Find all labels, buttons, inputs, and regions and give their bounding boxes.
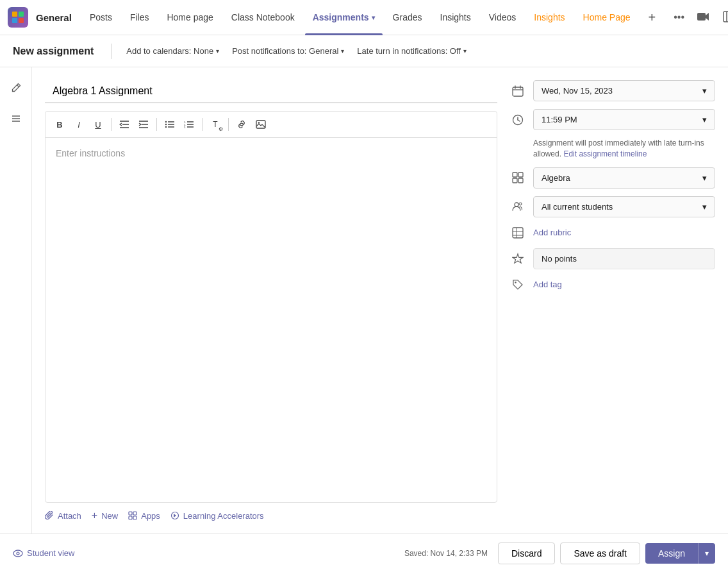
svg-point-17 [165, 126, 167, 128]
svg-rect-40 [518, 172, 523, 177]
bold-button[interactable]: B [51, 115, 69, 133]
svg-rect-30 [133, 516, 136, 519]
nav-item-insights2[interactable]: Insights [526, 0, 572, 35]
saved-status: Saved: Nov 14, 2:33 PM [404, 549, 488, 558]
nav-item-homepage[interactable]: Home page [159, 0, 220, 35]
nav-item-videos[interactable]: Videos [481, 0, 524, 35]
due-time-chevron-icon: ▾ [702, 115, 707, 124]
svg-rect-27 [129, 512, 132, 515]
editor-toolbar: B I U 1.2.3. [46, 112, 497, 138]
svg-point-13 [165, 121, 167, 122]
svg-rect-41 [513, 178, 517, 183]
indent-decrease-button[interactable] [115, 115, 133, 133]
add-to-calendars-button[interactable]: Add to calendars: None ▾ [122, 44, 223, 58]
points-select[interactable]: No points [533, 248, 715, 269]
top-navigation: General Posts Files Home page Class Note… [0, 0, 728, 35]
editor-footer: Attach + New Apps Learning Accelerators [45, 503, 497, 521]
student-view-button[interactable]: Student view [13, 548, 74, 558]
editor-panel: B I U 1.2.3. [45, 80, 497, 521]
svg-point-43 [515, 203, 518, 206]
calendar-chevron-icon: ▾ [216, 47, 219, 55]
numbered-list-button[interactable]: 1.2.3. [180, 115, 198, 133]
assignment-title-input[interactable] [45, 80, 497, 103]
due-time-select[interactable]: 11:59 PM ▾ [533, 109, 715, 130]
discard-button[interactable]: Discard [498, 543, 555, 564]
image-button[interactable] [252, 115, 270, 133]
students-select[interactable]: All current students ▾ [533, 196, 715, 217]
nav-item-insights[interactable]: Insights [433, 0, 479, 35]
svg-rect-39 [513, 172, 517, 177]
left-sidebar [0, 67, 32, 534]
svg-rect-32 [513, 87, 523, 96]
channel-name: General [36, 12, 72, 23]
category-select[interactable]: Algebra ▾ [533, 167, 715, 189]
content-area: B I U 1.2.3. [32, 67, 728, 534]
nav-more-button[interactable]: ••• [668, 8, 690, 27]
main-content: B I U 1.2.3. [0, 67, 728, 534]
assignments-chevron: ▾ [372, 14, 375, 21]
page-title: New assignment [13, 46, 94, 57]
italic-button[interactable]: I [70, 115, 88, 133]
svg-rect-25 [256, 121, 265, 128]
edit-icon[interactable] [6, 78, 26, 98]
list-icon[interactable] [6, 108, 26, 129]
tag-row: Add tag [510, 277, 715, 292]
calendar-icon [510, 83, 525, 99]
indent-increase-button[interactable] [135, 115, 153, 133]
bullet-list-button[interactable] [161, 115, 179, 133]
bottom-bar: Student view Saved: Nov 14, 2:33 PM Disc… [0, 534, 728, 572]
nav-item-class-notebook[interactable]: Class Notebook [224, 0, 302, 35]
toolbar-separator-3 [202, 118, 203, 131]
post-notifications-button[interactable]: Post notifications to: General ▾ [228, 44, 348, 58]
due-date-chevron-icon: ▾ [702, 86, 707, 96]
app-icon [8, 7, 28, 28]
points-row: No points [510, 248, 715, 269]
underline-button[interactable]: U [89, 115, 107, 133]
apps-button[interactable]: Apps [128, 511, 160, 521]
nav-video-button[interactable] [692, 8, 715, 28]
assign-button[interactable]: Assign [645, 543, 698, 564]
right-panel: Wed, Nov 15, 2023 ▾ 11:59 PM ▾ Assignmen… [510, 80, 715, 521]
due-date-select[interactable]: Wed, Nov 15, 2023 ▾ [533, 80, 715, 101]
add-rubric-button[interactable]: Add rubric [533, 228, 715, 237]
svg-rect-45 [513, 228, 523, 238]
points-icon [510, 251, 525, 266]
late-turn-chevron-icon: ▾ [463, 47, 467, 55]
text-style-button[interactable]: T ⚙ [206, 115, 224, 133]
attach-button[interactable]: Attach [45, 511, 81, 521]
nav-expand-button[interactable] [718, 7, 728, 28]
late-turn-in-button[interactable]: Late turn in notifications: Off ▾ [353, 44, 470, 58]
category-chevron-icon: ▾ [702, 173, 707, 183]
assign-chevron-button[interactable]: ▾ [698, 543, 715, 564]
learning-accelerators-button[interactable]: Learning Accelerators [170, 511, 264, 521]
save-draft-button[interactable]: Save as draft [560, 543, 640, 564]
category-icon [510, 170, 525, 185]
rubric-icon [510, 225, 525, 240]
svg-point-51 [17, 552, 19, 555]
nav-item-posts[interactable]: Posts [82, 0, 120, 35]
assignment-info-text: Assignment will post immediately with la… [533, 138, 715, 160]
students-row: All current students ▾ [510, 196, 715, 217]
nav-item-files[interactable]: Files [122, 0, 157, 35]
svg-rect-0 [697, 13, 706, 21]
svg-point-44 [519, 203, 522, 205]
subheader-divider [112, 44, 112, 59]
link-button[interactable] [233, 115, 251, 133]
nav-item-assignments[interactable]: Assignments ▾ [305, 0, 383, 35]
new-button[interactable]: + New [92, 510, 118, 521]
svg-text:3.: 3. [184, 126, 186, 129]
svg-rect-29 [129, 516, 132, 519]
svg-rect-28 [133, 512, 136, 515]
edit-timeline-link[interactable]: Edit assignment timeline [563, 149, 647, 158]
nav-item-grades[interactable]: Grades [385, 0, 430, 35]
svg-rect-1 [724, 12, 728, 22]
tag-icon [510, 277, 525, 292]
svg-line-3 [17, 85, 19, 87]
nav-item-add[interactable]: + [641, 0, 664, 35]
assign-group: Assign ▾ [645, 543, 715, 564]
add-tag-button[interactable]: Add tag [533, 280, 715, 289]
due-time-row: 11:59 PM ▾ [510, 109, 715, 130]
instructions-input[interactable]: Enter instructions [46, 138, 497, 502]
nav-item-homepage2[interactable]: Home Page [575, 0, 638, 35]
svg-line-38 [518, 120, 520, 121]
